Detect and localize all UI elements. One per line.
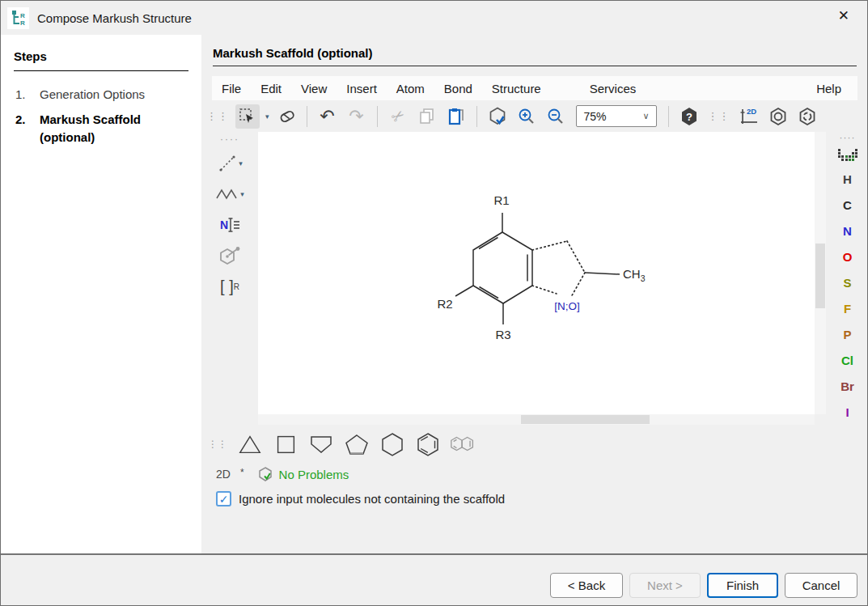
- menu-view[interactable]: View: [291, 78, 337, 99]
- eraser-icon: [277, 107, 296, 126]
- rgroup-label-r1[interactable]: R1: [493, 193, 509, 207]
- atom-text-icon: N: [218, 214, 242, 235]
- bond-tool-caret[interactable]: ▾: [239, 159, 243, 167]
- palette-drag-handle[interactable]: ····: [220, 133, 239, 145]
- element-button-i[interactable]: I: [826, 399, 868, 425]
- element-button-c[interactable]: C: [826, 192, 868, 218]
- cyclopentane-template-button[interactable]: [342, 431, 371, 457]
- element-button-cl[interactable]: Cl: [826, 347, 868, 373]
- bond-tool-button[interactable]: ▾: [217, 151, 243, 176]
- title-bar: R R Compose Markush Structure ✕: [1, 1, 867, 35]
- cut-button[interactable]: ✂: [386, 104, 410, 129]
- canvas-vertical-scrollbar[interactable]: [815, 132, 826, 414]
- check-structure-button[interactable]: [485, 104, 510, 129]
- rgroup-label-r2[interactable]: R2: [437, 297, 452, 311]
- paste-button[interactable]: [444, 104, 468, 129]
- step-label: Generation Options: [40, 86, 188, 104]
- next-button: Next >: [629, 573, 701, 598]
- cyclopentadiene-template-button[interactable]: [307, 431, 336, 457]
- toolbar-drag-handle[interactable]: ⋮⋮: [208, 439, 227, 450]
- help-button[interactable]: ?: [677, 104, 701, 129]
- cyclobutane-template-button[interactable]: [271, 431, 300, 457]
- cyclohexane-template-button[interactable]: [378, 431, 407, 457]
- undo-button[interactable]: ↶: [315, 104, 340, 129]
- rgroup-bracket-sub: R: [234, 282, 239, 291]
- finish-button[interactable]: Finish: [707, 573, 778, 598]
- template-icon: [218, 244, 242, 267]
- benzene-icon: [414, 432, 442, 456]
- periodic-table-button[interactable]: [837, 148, 858, 166]
- copy-button[interactable]: [415, 104, 439, 129]
- chevron-down-icon[interactable]: ∨: [637, 111, 656, 121]
- selection-tool-caret[interactable]: ▾: [265, 112, 269, 121]
- zoom-in-button[interactable]: [514, 104, 539, 129]
- bond-icon: [217, 153, 238, 174]
- aromatic-ring-button[interactable]: [766, 104, 790, 129]
- menu-services[interactable]: Services: [580, 78, 646, 99]
- element-palette: ···· H C N O S F P Cl Br I: [826, 132, 868, 425]
- step-generation-options[interactable]: 1. Generation Options: [14, 86, 188, 104]
- ignore-molecules-label[interactable]: Ignore input molecules not containing th…: [239, 492, 505, 506]
- horizontal-scrollbar-thumb[interactable]: [521, 415, 650, 424]
- methyl-label[interactable]: CH3: [623, 267, 646, 283]
- vertical-scrollbar-thumb[interactable]: [815, 244, 825, 308]
- dearomatize-ring-button[interactable]: [795, 104, 819, 129]
- step-markush-scaffold[interactable]: 2. Markush Scaffold (optional): [14, 111, 188, 147]
- eraser-button[interactable]: [274, 104, 299, 129]
- element-button-s[interactable]: S: [826, 269, 868, 295]
- menu-file[interactable]: File: [212, 78, 251, 99]
- menu-bond[interactable]: Bond: [434, 78, 482, 99]
- element-button-p[interactable]: P: [826, 321, 868, 347]
- benzene-template-button[interactable]: [413, 431, 442, 457]
- cyclopentadiene-icon: [307, 433, 335, 456]
- element-button-f[interactable]: F: [826, 295, 868, 321]
- chain-tool-button[interactable]: ▾: [215, 182, 244, 206]
- aromatic-ring-icon: [768, 106, 789, 127]
- menu-edit[interactable]: Edit: [251, 78, 291, 99]
- structure-check-status-icon: [257, 466, 273, 482]
- back-button[interactable]: < Back: [550, 573, 623, 598]
- chain-tool-caret[interactable]: ▾: [240, 190, 244, 198]
- modified-indicator: *: [240, 467, 244, 478]
- checkmark-icon: ✓: [219, 493, 229, 506]
- atom-text-tool-button[interactable]: N: [218, 213, 242, 237]
- menu-help[interactable]: Help: [807, 78, 851, 99]
- element-button-o[interactable]: O: [826, 244, 868, 269]
- dimension-indicator: 2D: [216, 468, 231, 481]
- template-tool-button[interactable]: [218, 244, 242, 268]
- structure-canvas[interactable]: R1 R2 R3 CH3 [N;O]: [258, 132, 815, 414]
- atom-list-label[interactable]: [N;O]: [554, 300, 580, 312]
- redo-button[interactable]: ↷: [345, 104, 369, 129]
- heading-rule: [213, 66, 857, 66]
- palette-drag-handle[interactable]: ····: [840, 132, 856, 143]
- naphthalene-template-button[interactable]: [449, 431, 478, 457]
- canvas-horizontal-scrollbar[interactable]: [258, 414, 815, 425]
- cyclopropane-icon: [237, 433, 263, 456]
- toolbar-drag-handle[interactable]: ⋮⋮: [206, 110, 229, 122]
- toolbar-separator: [307, 106, 307, 127]
- steps-heading: Steps: [14, 49, 188, 71]
- selection-icon: [238, 107, 257, 126]
- element-button-n[interactable]: N: [826, 218, 868, 244]
- step-label: Markush Scaffold (optional): [40, 111, 188, 147]
- element-button-br[interactable]: Br: [826, 373, 868, 399]
- menu-atom[interactable]: Atom: [387, 78, 434, 99]
- zoom-level-select[interactable]: 75% ∨: [576, 105, 657, 127]
- rgroup-label-r3[interactable]: R3: [495, 328, 510, 341]
- rgroup-bracket-tool-button[interactable]: [ ]R: [220, 274, 239, 299]
- cyclobutane-icon: [273, 433, 299, 456]
- toolbar-separator: [668, 106, 669, 127]
- ignore-molecules-checkbox[interactable]: ✓: [216, 491, 231, 506]
- toolbar-drag-handle[interactable]: ⋮⋮: [708, 110, 730, 122]
- element-button-h[interactable]: H: [826, 166, 868, 192]
- clean-2d-button[interactable]: 2D: [737, 104, 761, 129]
- close-icon[interactable]: ✕: [838, 9, 849, 23]
- cyclopropane-template-button[interactable]: [235, 431, 265, 457]
- menu-insert[interactable]: Insert: [337, 78, 387, 99]
- markush-structure-drawing: R1 R2 R3 CH3 [N;O]: [258, 132, 815, 414]
- zoom-out-button[interactable]: [544, 104, 568, 129]
- no-problems-message[interactable]: No Problems: [279, 468, 349, 481]
- cancel-button[interactable]: Cancel: [785, 573, 857, 598]
- selection-tool-button[interactable]: [235, 104, 260, 129]
- menu-structure[interactable]: Structure: [482, 78, 551, 99]
